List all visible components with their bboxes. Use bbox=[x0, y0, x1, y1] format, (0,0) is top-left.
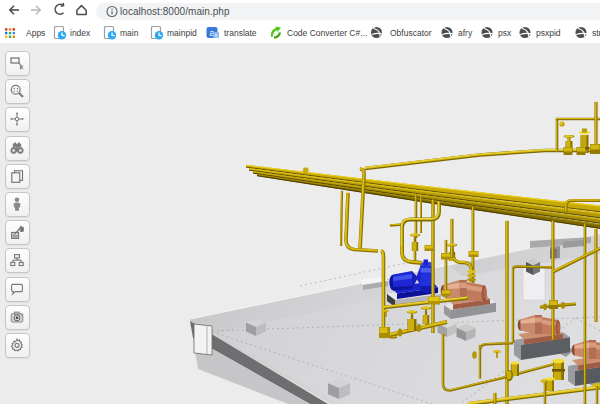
svg-text:x: x bbox=[215, 32, 218, 38]
